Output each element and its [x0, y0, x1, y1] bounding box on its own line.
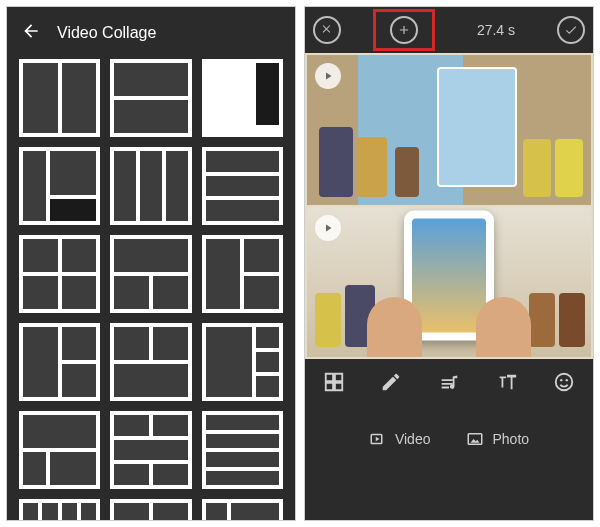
layout-template[interactable]	[202, 499, 283, 520]
layout-template[interactable]	[202, 411, 283, 489]
layout-template[interactable]	[110, 323, 191, 401]
tool-row	[305, 359, 593, 409]
layout-template[interactable]	[19, 235, 100, 313]
clip-1[interactable]	[307, 55, 591, 205]
music-icon[interactable]	[438, 371, 460, 397]
grid-icon[interactable]	[323, 371, 345, 397]
add-button-highlight	[373, 9, 435, 51]
close-button[interactable]	[313, 16, 341, 44]
layout-template[interactable]	[110, 147, 191, 225]
template-picker-header: Video Collage	[7, 7, 295, 53]
layout-grid	[7, 53, 295, 520]
add-photo-option[interactable]: Photo	[466, 430, 529, 448]
confirm-button[interactable]	[557, 16, 585, 44]
collage-preview	[305, 53, 593, 359]
photo-label: Photo	[492, 431, 529, 447]
text-icon[interactable]	[496, 371, 518, 397]
svg-point-2	[566, 379, 568, 381]
back-icon[interactable]	[21, 21, 41, 45]
editor-top-bar: 27.4 s	[305, 7, 593, 53]
svg-point-1	[560, 379, 562, 381]
media-type-row: Video Photo	[305, 409, 593, 469]
editor-pane: 27.4 s	[304, 6, 594, 521]
clip-2[interactable]	[307, 207, 591, 357]
play-icon	[315, 63, 341, 89]
layout-template[interactable]	[110, 499, 191, 520]
add-video-option[interactable]: Video	[369, 430, 431, 448]
layout-template[interactable]	[202, 59, 283, 137]
add-button[interactable]	[390, 16, 418, 44]
layout-template[interactable]	[202, 147, 283, 225]
svg-point-0	[556, 374, 573, 391]
layout-template[interactable]	[19, 59, 100, 137]
layout-template[interactable]	[110, 59, 191, 137]
layout-template[interactable]	[19, 411, 100, 489]
layout-template[interactable]	[19, 147, 100, 225]
pencil-icon[interactable]	[380, 371, 402, 397]
layout-template[interactable]	[19, 323, 100, 401]
duration-label: 27.4 s	[467, 22, 525, 38]
play-icon	[315, 215, 341, 241]
layout-template[interactable]	[110, 411, 191, 489]
layout-template[interactable]	[202, 323, 283, 401]
screen-title: Video Collage	[57, 24, 156, 42]
layout-template[interactable]	[202, 235, 283, 313]
video-label: Video	[395, 431, 431, 447]
layout-template[interactable]	[19, 499, 100, 520]
emoji-icon[interactable]	[553, 371, 575, 397]
layout-template[interactable]	[110, 235, 191, 313]
template-picker-pane: Video Collage	[6, 6, 296, 521]
